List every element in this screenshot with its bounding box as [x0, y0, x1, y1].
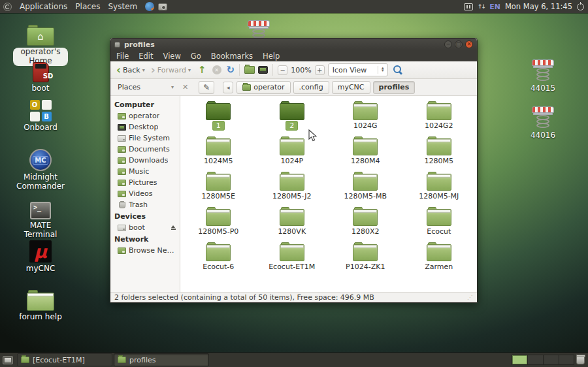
up-button[interactable]: ↑: [198, 65, 206, 75]
mate-menu-icon[interactable]: [3, 3, 12, 11]
desktop-icon-midnight-commander[interactable]: MC Midnight Commander: [13, 148, 68, 191]
forward-dropdown-icon[interactable]: ▾: [188, 67, 191, 73]
folder-item-zarmen[interactable]: Zarmen: [402, 242, 476, 273]
zoom-in-button[interactable]: +: [315, 65, 325, 75]
folder-item-1280m5-mb[interactable]: 1280M5-MB: [329, 172, 402, 202]
menu-go[interactable]: Go: [191, 52, 201, 61]
folder-item-1280m5-p0[interactable]: 1280M5-P0: [182, 207, 255, 238]
clock[interactable]: Mon May 6, 11:45: [505, 2, 572, 11]
menu-help[interactable]: Help: [263, 52, 280, 61]
eject-icon[interactable]: [171, 225, 176, 231]
network-indicator-icon[interactable]: ↑↓: [478, 3, 485, 10]
shutdown-icon[interactable]: [577, 3, 584, 10]
keyboard-indicator-icon[interactable]: [464, 3, 473, 10]
folder-item-2[interactable]: 2: [255, 101, 329, 132]
folder-icon: [427, 101, 451, 120]
folder-item-ecocut-6[interactable]: Ecocut-6: [182, 242, 255, 273]
folder-item-1024p[interactable]: 1024P: [255, 136, 329, 167]
menu-view[interactable]: View: [163, 52, 181, 61]
panel-menu-system[interactable]: System: [104, 2, 141, 11]
folder-item-1024g2[interactable]: 1024G2: [402, 101, 476, 132]
taskbar-item-profiles[interactable]: profiles: [114, 353, 209, 366]
menu-file[interactable]: File: [116, 52, 129, 61]
sd-card-icon: SD: [33, 62, 49, 82]
desktop-icon-mycnc[interactable]: μ myCNC: [13, 239, 68, 274]
folder-label: 1280M5E: [182, 192, 255, 200]
folder-item-1280m5-mj[interactable]: 1280M5-MJ: [402, 172, 476, 202]
forward-button[interactable]: › Forward ▾: [150, 65, 192, 76]
sidebar-item-boot[interactable]: boot: [110, 222, 180, 233]
folder-item-p1024-zk1[interactable]: P1024-ZK1: [329, 242, 402, 273]
folder-item-1024g[interactable]: 1024G: [329, 101, 402, 132]
stop-button[interactable]: ✕: [212, 65, 221, 74]
screenshot-launcher-icon[interactable]: [158, 3, 167, 10]
back-button[interactable]: ‹ Back ▾: [115, 65, 146, 76]
computer-button-icon[interactable]: [258, 66, 268, 74]
path-scroll-left-button[interactable]: ◂: [223, 82, 233, 93]
desktop-icon-onboard[interactable]: OB Onboard: [13, 98, 68, 133]
sidebar-mode-select[interactable]: Places ▾: [114, 81, 177, 94]
back-dropdown-icon[interactable]: ▾: [142, 67, 145, 73]
file-area[interactable]: 121024G1024G21024M51024P1280M41280M51280…: [180, 96, 477, 292]
music-folder-icon: [118, 168, 126, 175]
refresh-button[interactable]: ↻: [227, 65, 235, 75]
minimize-button[interactable]: −: [444, 40, 452, 48]
folder-item-1280m5[interactable]: 1280M5: [402, 136, 476, 167]
sidebar-item-videos[interactable]: Videos: [110, 188, 180, 199]
close-sidebar-button[interactable]: ✕: [180, 83, 190, 91]
zoom-out-button[interactable]: −: [278, 65, 287, 75]
taskbar-item-ecocut-et1m[interactable]: [Ecocut-ET1M]: [17, 353, 112, 366]
desktop-icon-44015[interactable]: 44015: [521, 59, 564, 93]
workspace-4[interactable]: [559, 355, 574, 365]
firefox-launcher-icon[interactable]: [145, 2, 154, 11]
keyboard-layout-label[interactable]: EN: [489, 3, 500, 11]
search-button[interactable]: [393, 65, 402, 74]
sidebar-item-trash[interactable]: Trash: [110, 199, 180, 210]
desktop-icon-boot[interactable]: SD boot: [13, 59, 68, 93]
desktop-icon-44016[interactable]: 44016: [521, 106, 564, 140]
workspace-1[interactable]: [512, 355, 527, 365]
folder-item-1024m5[interactable]: 1024M5: [182, 136, 255, 167]
folder-item-ecocut-et1m[interactable]: Ecocut-ET1M: [255, 242, 329, 273]
desktop-icon-forum-help[interactable]: forum help: [13, 287, 68, 322]
folder-item-1280m5-j2[interactable]: 1280M5-J2: [255, 172, 329, 202]
menu-bookmarks[interactable]: Bookmarks: [211, 52, 253, 61]
sidebar-item-pictures[interactable]: Pictures: [110, 177, 180, 188]
folder-item-1280vk[interactable]: 1280VK: [255, 207, 329, 238]
view-mode-select[interactable]: Icon View ▴▾: [328, 63, 388, 76]
close-button[interactable]: ✕: [465, 40, 473, 48]
folder-icon: [353, 101, 378, 120]
sidebar-item-file-system[interactable]: File System: [110, 133, 180, 144]
maximize-button[interactable]: □: [455, 40, 463, 48]
folder-item-1280m5e[interactable]: 1280M5E: [182, 172, 255, 202]
breadcrumb-config[interactable]: .config: [293, 81, 329, 94]
breadcrumb-operator[interactable]: operator: [237, 81, 290, 94]
breadcrumb: operator.configmyCNCprofiles: [237, 81, 415, 94]
desktop-icon-mate-terminal[interactable]: >_ MATE Terminal: [13, 196, 68, 240]
sidebar-item-operator[interactable]: operator: [110, 110, 180, 121]
panel-menu-applications[interactable]: Applications: [16, 2, 71, 11]
workspace-2[interactable]: [527, 355, 543, 365]
resize-grip[interactable]: ⋰: [467, 295, 473, 300]
sidebar-item-desktop[interactable]: Desktop: [110, 121, 180, 133]
titlebar[interactable]: profiles − □ ✕: [110, 39, 477, 50]
sidebar-item-music[interactable]: Music: [110, 166, 180, 177]
menu-edit[interactable]: Edit: [139, 52, 153, 61]
folder-item-ecocut[interactable]: Ecocut: [402, 207, 476, 238]
folder-icon: [280, 242, 304, 261]
sidebar-item-documents[interactable]: Documents: [110, 144, 180, 155]
breadcrumb-profiles[interactable]: profiles: [373, 81, 416, 94]
sidebar-item-browse-net[interactable]: Browse Net...: [110, 245, 180, 256]
folder-item-1280m4[interactable]: 1280M4: [329, 136, 402, 167]
home-button-icon[interactable]: [244, 66, 255, 74]
panel-menu-places[interactable]: Places: [71, 2, 104, 11]
edit-location-button[interactable]: ✎: [199, 81, 214, 94]
breadcrumb-mycnc[interactable]: myCNC: [332, 81, 370, 94]
folder-item-1[interactable]: 1: [182, 101, 255, 132]
folder-item-1280x2[interactable]: 1280X2: [329, 207, 402, 238]
folder-icon: [427, 242, 451, 261]
show-desktop-icon[interactable]: [3, 356, 13, 364]
sidebar-item-downloads[interactable]: Downloads: [110, 155, 180, 166]
trash-applet-icon[interactable]: [576, 355, 585, 364]
workspace-3[interactable]: [543, 355, 559, 365]
